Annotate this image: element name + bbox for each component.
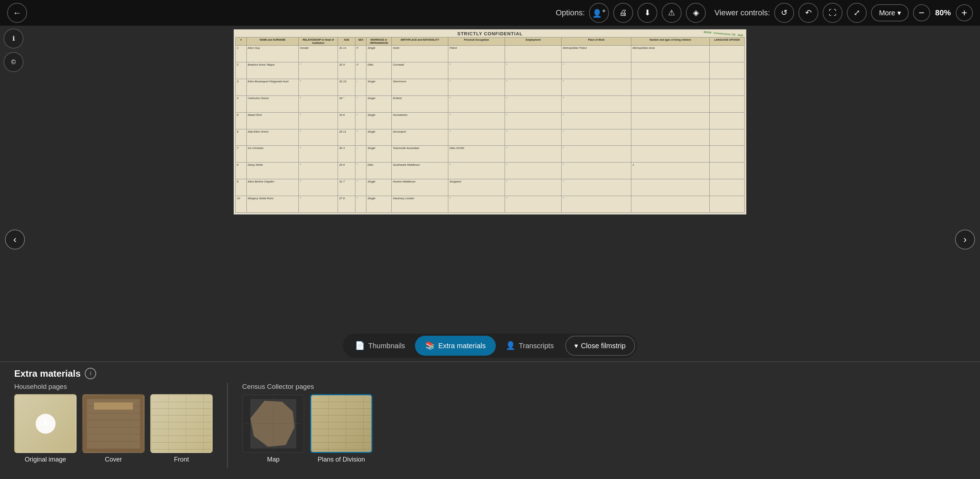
extra-materials-icon: 📚: [425, 341, 435, 350]
filmstrip-tabs: 📄 Thumbnails 📚 Extra materials 👤 Transcr…: [343, 334, 637, 358]
copyright-icon: ©: [11, 59, 16, 66]
thumb-plans-of-division[interactable]: Plans of Division: [310, 394, 372, 463]
row-notes: [710, 96, 745, 112]
row-place: ": [562, 179, 632, 196]
row-birth: Cornwall: [392, 62, 448, 79]
row-notes: [710, 112, 745, 129]
more-label: More: [879, 9, 895, 17]
zoom-value: 80%: [932, 8, 954, 18]
row-num: 6: [236, 129, 247, 146]
row-occupation: ": [448, 129, 505, 146]
table-row: 1 Alice Guy Inmate 31 11 F Single Holm P…: [236, 46, 745, 62]
thumb-map-preview: [242, 394, 304, 453]
household-thumbnails-row: 👁 Original image: [14, 394, 213, 463]
back-button[interactable]: ←: [7, 3, 27, 23]
tab-thumbnails-label: Thumbnails: [368, 342, 405, 350]
row-sex: -: [355, 79, 366, 96]
row-sex: ": [355, 96, 366, 112]
next-page-button[interactable]: ›: [955, 230, 975, 249]
thumb-plans-label: Plans of Division: [318, 456, 365, 463]
row-place: ": [562, 62, 632, 79]
row-marital: Single: [366, 79, 391, 96]
more-chevron-icon: ▾: [897, 8, 901, 17]
tab-extra-materials[interactable]: 📚 Extra materials: [415, 336, 496, 356]
add-person-button[interactable]: 👤+: [589, 3, 609, 23]
prev-page-button[interactable]: ‹: [5, 230, 25, 249]
row-birth: Hackney London: [392, 196, 448, 213]
warning-button[interactable]: ⚠: [662, 3, 682, 23]
row-employer: ": [505, 179, 562, 196]
row-place2: [631, 112, 710, 129]
table-row: 8 Daisy White " 29 9 " Ditto Southwark M…: [236, 163, 745, 179]
refresh-button[interactable]: ↺: [774, 3, 794, 23]
row-birth: Hunstanton: [392, 112, 448, 129]
row-place2: [631, 146, 710, 163]
front-paper-cols: [151, 395, 212, 452]
print-button[interactable]: 🖨: [613, 3, 633, 23]
zoom-in-button[interactable]: +: [956, 4, 973, 21]
row-birth: Southwark Middlesex: [392, 163, 448, 179]
thumb-front[interactable]: Front: [150, 394, 213, 463]
row-rel: ": [299, 146, 338, 163]
extra-materials-info-button[interactable]: i: [85, 368, 96, 379]
more-button[interactable]: More ▾: [871, 4, 909, 21]
row-rel: Inmate: [299, 46, 338, 62]
info-side-button[interactable]: ℹ: [3, 29, 24, 48]
row-num: 7: [236, 146, 247, 163]
row-name: Beatrice Anna Taique: [247, 62, 299, 79]
warning-icon: ⚠: [668, 8, 675, 18]
row-name: Daisy White: [247, 163, 299, 179]
thumb-front-preview: [150, 394, 213, 453]
thumb-original-image[interactable]: 👁 Original image: [14, 394, 76, 463]
row-place: ": [562, 79, 632, 96]
layers-icon: ◈: [693, 8, 699, 18]
row-sex: ": [355, 179, 366, 196]
layers-button[interactable]: ◈: [686, 3, 706, 23]
row-place: ": [562, 112, 632, 129]
toolbar: ← Options: 👤+ 🖨 ⬇ ⚠ ◈ Viewer controls: ↺…: [0, 0, 980, 26]
col-occupation: Personal Occupation: [448, 37, 505, 46]
back-icon: ←: [13, 8, 21, 18]
fullscreen-button[interactable]: ⤢: [847, 3, 867, 23]
row-occupation: Ditto 20190: [448, 146, 505, 163]
table-row: 3 Ellen Bosanquet Fitzgerald Hunt " 32 1…: [236, 79, 745, 96]
col-marital: MARRIAGE or ORPHANHOOD: [366, 37, 391, 46]
extra-materials-title: Extra materials: [14, 368, 81, 379]
map-svg: [243, 395, 304, 452]
row-birth: Devonport: [392, 129, 448, 146]
viewer-controls-label: Viewer controls:: [714, 8, 770, 18]
row-notes: [710, 46, 745, 62]
thumb-cover[interactable]: Cover: [82, 394, 145, 463]
zoom-out-button[interactable]: −: [913, 4, 930, 21]
zoom-minus-icon: −: [919, 7, 924, 19]
download-button[interactable]: ⬇: [638, 3, 657, 23]
thumb-map[interactable]: Map: [242, 394, 304, 463]
row-occupation: ": [448, 112, 505, 129]
tab-transcripts[interactable]: 👤 Transcripts: [496, 336, 564, 356]
copyright-button[interactable]: ©: [3, 52, 24, 72]
expand-button[interactable]: ⛶: [822, 3, 843, 23]
row-sex: ": [355, 196, 366, 213]
row-age: 32 9: [338, 62, 355, 79]
col-num: #: [236, 37, 247, 46]
expand-icon: ⛶: [829, 8, 837, 18]
row-age: 27 8: [338, 196, 355, 213]
row-birth: Sternmore: [392, 79, 448, 96]
tab-thumbnails[interactable]: 📄 Thumbnails: [345, 336, 415, 356]
row-birth: Enfield: [392, 96, 448, 112]
row-place2: 1: [631, 163, 710, 179]
print-icon: 🖨: [619, 8, 627, 18]
col-place: Place of Work: [562, 37, 632, 46]
close-filmstrip-button[interactable]: ▾ Close filmstrip: [565, 336, 635, 356]
close-filmstrip-label: Close filmstrip: [581, 342, 626, 350]
census-table: # NAME and SURNAME RELATIONSHIP to Head …: [235, 37, 745, 213]
row-occupation: ": [448, 62, 505, 79]
row-occupation: ": [448, 163, 505, 179]
household-section: Household pages 👁 Original image: [14, 383, 213, 468]
table-row: 5 Mabel Rich " 33 6 " Single Hunstanton …: [236, 112, 745, 129]
row-notes: [710, 79, 745, 96]
row-notes: [710, 129, 745, 146]
back-viewer-button[interactable]: ↶: [799, 3, 818, 23]
row-age: 31 11: [338, 46, 355, 62]
row-sex: ": [355, 163, 366, 179]
